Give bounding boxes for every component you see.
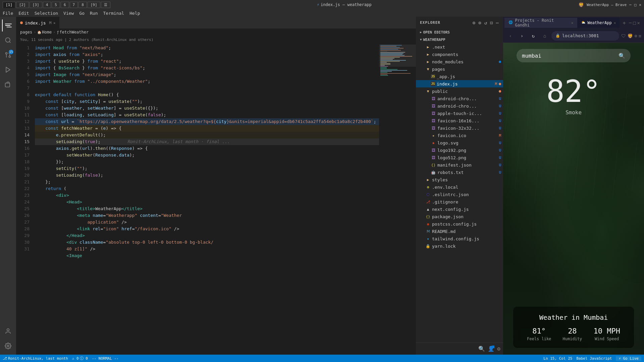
tree-favicon-32[interactable]: 🖼 favicon-32x32... U [416,124,503,132]
tree-favicon-ico[interactable]: ★ favicon.ico M [416,132,503,139]
browser-maximize-icon[interactable]: □ [633,20,636,25]
vim-tab-menu[interactable]: ☰ [101,2,110,8]
vim-tab-2[interactable]: [2] [16,2,29,8]
vim-tab-8[interactable]: 8 [78,2,87,8]
weather-search-input[interactable] [522,53,616,59]
tree-android-chrome-2[interactable]: 🖼 android-chro... U [416,102,503,110]
ext-icon-2[interactable]: ≡ [639,33,641,39]
forward-btn[interactable]: › [517,31,527,41]
tree-logo192[interactable]: 🖼 logo192.png U [416,146,503,154]
weatherapp-section[interactable]: ▼ WEATHERAPP [416,36,503,43]
sidebar-refresh-icon[interactable]: ↺ [484,20,487,25]
tree-package-json[interactable]: {} package.json [416,213,503,220]
minimize-btn[interactable]: ─ [629,3,632,7]
editor-tab-indexjs[interactable]: index.js M ✕ [16,17,59,28]
breadcrumb-home[interactable]: 🏠 Home [37,30,52,35]
tree-index-js[interactable]: JS index.js M [416,80,503,87]
menu-help[interactable]: Help [129,11,140,16]
breadcrumb-fetchweather[interactable]: ƒ fetchWeather [57,30,89,35]
tab-close[interactable]: ✕ [53,21,55,25]
sidebar-new-file-icon[interactable]: ⊕ [473,20,476,25]
tree-logo512[interactable]: 🖼 logo512.png U [416,154,503,161]
menu-edit[interactable]: Edit [18,11,29,16]
activity-git[interactable]: 15 [2,49,14,61]
weather-search-bar[interactable]: 🔍 [517,49,631,62]
tree-next-config[interactable]: ▲ next.config.js [416,205,503,213]
folder-components-label: components [432,52,458,57]
status-go-live[interactable]: ⚡ Go Live [616,356,641,361]
menu-terminal[interactable]: Terminal [103,11,124,16]
status-git-branch[interactable]: ⎇ Ronit-ArchLinux, last month [3,356,68,361]
vim-tab-5[interactable]: 5 [52,2,60,8]
activity-search[interactable] [2,34,14,46]
activity-settings[interactable] [2,340,14,352]
menu-go[interactable]: Go [79,11,85,16]
sidebar-collapse-icon[interactable]: ⊟ [490,20,493,25]
sidebar-search-icon[interactable]: 🔍 [478,346,485,352]
activity-explorer[interactable] [2,19,14,32]
file-index-js-label: index.js [437,81,458,86]
ext-icon-1[interactable]: ⊕ [634,33,637,39]
tree-node-modules[interactable]: ▶ node_modules [416,58,503,65]
tree-app-js[interactable]: JS _app.js [416,73,503,80]
reload-btn[interactable]: ↻ [529,31,538,41]
tree-apple-touch[interactable]: 🖼 apple-touch-ic... U [416,110,503,117]
tree-styles[interactable]: ▶ styles [416,176,503,183]
tab-close-projects[interactable]: ✕ [571,21,574,25]
tree-pages[interactable]: ▼ pages [416,65,503,73]
sidebar-more-icon[interactable]: ⋯ [496,20,499,25]
vim-tab-7[interactable]: 7 [70,2,78,8]
menu-file[interactable]: File [3,11,13,16]
tree-eslintrc[interactable]: ⬡ .eslintrc.json [416,191,503,198]
tree-manifest[interactable]: {} manifest.json U [416,161,503,169]
activity-debug[interactable] [2,64,14,76]
tree-readme[interactable]: Ⅿ README.md [416,228,503,235]
browser-minimize-icon[interactable]: ─ [629,20,632,25]
tree-env-local[interactable]: ⚙ .env.local [416,183,503,191]
tree-components[interactable]: ▶ components [416,51,503,58]
status-bar: ⎇ Ronit-ArchLinux, last month ⚠ 0 ⓘ 0 --… [0,355,644,362]
tree-favicon-16[interactable]: 🖼 favicon-16x16... U [416,117,503,124]
activity-account[interactable] [2,325,14,337]
weather-stat-feels-like: 81° Feels like [527,327,551,341]
menu-view[interactable]: View [63,11,74,16]
svg-point-6 [7,345,9,347]
sidebar-new-folder-icon[interactable]: ⊕ [478,20,481,25]
activity-extensions[interactable] [2,78,14,90]
weather-search-icon[interactable]: 🔍 [619,53,625,59]
new-tab-btn[interactable]: + [620,18,629,27]
browser-tab-projects[interactable]: 🌐 Projects - Ronit Gandhi ✕ [504,18,577,28]
tree-tailwind[interactable]: ✦ tailwind.config.js [416,235,503,242]
menu-run[interactable]: Run [90,11,98,16]
tree-public[interactable]: ▼ public [416,87,503,95]
maximize-btn[interactable]: □ [634,3,637,7]
code-line-9: const [city, setCity] = useState(""); [35,98,379,105]
tree-yarn-lock[interactable]: 🔒 yarn.lock [416,242,503,250]
sidebar-account-icon[interactable]: 👤 [488,346,494,352]
open-editors-section[interactable]: ▶ OPEN EDITORS [416,28,503,36]
tree-gitignore[interactable]: ⎇ .gitignore [416,198,503,205]
back-btn[interactable]: ‹ [506,31,515,41]
url-bar[interactable]: 🔒 localhost:3001 [551,31,619,41]
status-errors[interactable]: ⚠ 0 ⓘ 0 [72,356,88,361]
tree-android-chrome-1[interactable]: 🖼 android-chro... U [416,95,503,102]
close-btn[interactable]: ✕ [639,3,641,7]
tree-robots[interactable]: 🤖 robots.txt U [416,169,503,176]
tree-logo-svg[interactable]: ◈ logo.svg U [416,139,503,146]
tab-close-weatherapp[interactable]: ✕ [614,21,616,25]
tree-next[interactable]: ▶ .next [416,43,503,51]
breadcrumb-pages[interactable]: pages [20,30,32,35]
vim-tab-1[interactable]: [1] [3,2,15,8]
status-cursor-position[interactable]: Ln 15, Col 25 [543,356,572,361]
vim-tab-3[interactable]: [3] [30,2,42,8]
status-language[interactable]: Babel JavaScript [576,356,612,361]
browser-close-icon[interactable]: ✕ [637,20,640,25]
sidebar-settings-bottom-icon[interactable]: ⚙ [497,346,500,352]
vim-tab-6[interactable]: 6 [61,2,69,8]
tree-postcss[interactable]: ◉ postcss.config.js [416,220,503,228]
menu-selection[interactable]: Selection [35,11,58,16]
vim-tab-4[interactable]: 4 [43,2,51,8]
home-btn[interactable]: ⌂ [540,31,549,41]
browser-tab-weatherapp[interactable]: ⛅ WeatherApp ✕ [577,18,620,28]
vim-tab-9[interactable]: [9] [88,2,100,8]
